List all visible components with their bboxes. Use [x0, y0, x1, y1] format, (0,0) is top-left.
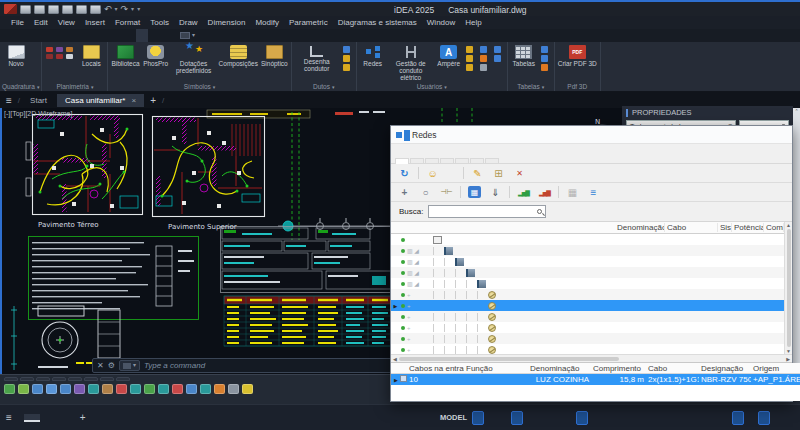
- dialog-tab[interactable]: [410, 158, 424, 163]
- ribbon-tab[interactable]: [136, 29, 148, 42]
- panel-tab[interactable]: [68, 377, 82, 381]
- tree-row[interactable]: [391, 289, 784, 300]
- ribbon-small-button[interactable]: [541, 55, 550, 62]
- cable-table-row[interactable]: 10 LUZ COZINHA 15,8 m 2x(1x1.5)+1G1.5 NB…: [391, 374, 800, 385]
- dotacoes-button[interactable]: Dotações predefinidos: [171, 43, 217, 74]
- desenha-condutor-button[interactable]: Desenha condutor: [294, 43, 340, 72]
- ribbon-tab[interactable]: [16, 29, 28, 42]
- panel-tab[interactable]: [100, 377, 114, 381]
- ribbon-small-button[interactable]: [494, 55, 503, 62]
- ribbon-small-button[interactable]: [343, 46, 352, 53]
- menu-item[interactable]: View: [53, 18, 80, 27]
- tree-header[interactable]: Denominação Cabo Sis Potência Comp: [391, 222, 784, 234]
- scroll-up-icon[interactable]: ⌃: [794, 108, 798, 114]
- tree-row[interactable]: [391, 234, 784, 245]
- command-input[interactable]: Type a command: [144, 361, 205, 370]
- ribbon-small-button[interactable]: [480, 46, 489, 53]
- tree-row[interactable]: [391, 300, 784, 311]
- group-label-dutos[interactable]: Dutos▾: [294, 82, 354, 91]
- composicoes-button[interactable]: Composições: [218, 43, 259, 67]
- tree-row[interactable]: [391, 256, 784, 267]
- panel-tab[interactable]: [116, 377, 130, 381]
- ribbon-small-button[interactable]: [466, 55, 475, 62]
- new-file-icon[interactable]: [20, 5, 31, 14]
- group-label-simbolos[interactable]: Símbolos▾: [110, 82, 288, 91]
- tree-row[interactable]: [391, 278, 784, 289]
- redo-caret-icon[interactable]: ▾: [131, 5, 134, 14]
- group-label-usuarios[interactable]: Usuários▾: [359, 82, 505, 91]
- tree-row[interactable]: [391, 333, 784, 344]
- ribbon-tab[interactable]: [160, 29, 172, 42]
- scroll-left-icon[interactable]: ◀: [393, 356, 397, 362]
- panel-tab[interactable]: [4, 377, 18, 381]
- menu-item[interactable]: Dimension: [203, 18, 251, 27]
- menu-item[interactable]: Diagramas e sistemas: [333, 18, 422, 27]
- menu-item[interactable]: File: [6, 18, 29, 27]
- ribbon-small-button[interactable]: [541, 46, 550, 53]
- ampere-button[interactable]: Ampère: [435, 43, 463, 67]
- group-label-tabelas[interactable]: Tabelas▾: [510, 82, 552, 91]
- scroll-up-icon[interactable]: ▲: [786, 222, 791, 228]
- biblioteca-button[interactable]: Biblioteca: [110, 43, 140, 67]
- tree-row[interactable]: [391, 344, 784, 354]
- dialog-tab[interactable]: [440, 158, 454, 163]
- menu-item[interactable]: Edit: [29, 18, 53, 27]
- undo-icon[interactable]: ↶: [104, 5, 112, 14]
- command-bar[interactable]: ✕ ⚙ ▾ Type a command: [92, 358, 392, 373]
- command-customize-icon[interactable]: ⚙: [108, 361, 115, 370]
- menu-item[interactable]: Parametric: [284, 18, 333, 27]
- redo-icon[interactable]: ↷: [121, 5, 129, 14]
- new-tab-button[interactable]: +: [146, 95, 160, 106]
- sinoptico-button[interactable]: Sinóptico: [260, 43, 289, 67]
- dialog-tab[interactable]: [455, 158, 469, 163]
- save-as-icon[interactable]: [62, 5, 73, 14]
- panel-tab[interactable]: [36, 377, 50, 381]
- panel-tab[interactable]: [84, 377, 98, 381]
- dialog-tab[interactable]: [470, 158, 484, 163]
- doc-tab-active[interactable]: Casa unifamiliar* ×: [57, 94, 144, 107]
- print-icon[interactable]: [76, 5, 87, 14]
- dialog-title-bar[interactable]: Redes: [391, 126, 792, 144]
- ribbon-small-button[interactable]: [343, 64, 352, 71]
- layout-tab[interactable]: [24, 414, 40, 422]
- viewport-label[interactable]: [-][Top][2D Wireframe]: [4, 110, 72, 117]
- mini-icon-5[interactable]: [56, 54, 63, 59]
- dialog-tab[interactable]: [395, 158, 409, 164]
- command-history-chip[interactable]: ▾: [119, 360, 140, 371]
- mini-icon-2[interactable]: [56, 47, 63, 52]
- tabelas-button[interactable]: Tabelas: [510, 43, 538, 67]
- mini-icon-3[interactable]: [66, 47, 73, 52]
- menu-item[interactable]: Format: [110, 18, 145, 27]
- panel-tab[interactable]: [52, 377, 66, 381]
- menu-item[interactable]: Help: [460, 18, 486, 27]
- cable-table-header[interactable]: Cabos na entrada Função Denominação Comp…: [391, 363, 800, 374]
- ribbon-tab[interactable]: [52, 29, 64, 42]
- ribbon-tab[interactable]: [76, 29, 88, 42]
- new-layout-button[interactable]: +: [76, 412, 90, 423]
- novo-button[interactable]: Novo: [2, 43, 30, 67]
- ribbon-tab[interactable]: [112, 29, 124, 42]
- save-icon[interactable]: [48, 5, 59, 14]
- ribbon-tab[interactable]: [148, 29, 160, 42]
- ribbon-tab[interactable]: [64, 29, 76, 42]
- scroll-right-icon[interactable]: ▶: [786, 356, 790, 362]
- search-input[interactable]: [428, 205, 546, 218]
- qat-customize-icon[interactable]: ▾: [137, 5, 140, 14]
- tree-row[interactable]: [391, 267, 784, 278]
- group-label-quadratura[interactable]: Quadratura▾: [2, 82, 39, 91]
- close-tab-icon[interactable]: ×: [131, 96, 136, 105]
- undo-caret-icon[interactable]: ▾: [115, 5, 118, 14]
- command-close-icon[interactable]: ✕: [97, 361, 104, 370]
- ribbon-small-button[interactable]: [494, 46, 503, 53]
- mini-icon-6[interactable]: [66, 54, 73, 59]
- scroll-thumb[interactable]: [399, 357, 619, 361]
- plot-icon[interactable]: [90, 5, 101, 14]
- tree-horizontal-scrollbar[interactable]: ◀ ▶: [391, 354, 792, 362]
- mini-icon-4[interactable]: [46, 54, 53, 59]
- gestao-conduto-button[interactable]: Gestão de conduto elétrico: [388, 43, 434, 81]
- scroll-thumb[interactable]: [787, 229, 791, 347]
- tree-row[interactable]: [391, 322, 784, 333]
- doc-tab-start[interactable]: Start: [22, 94, 55, 107]
- ribbon-tab[interactable]: [28, 29, 40, 42]
- menu-item[interactable]: Draw: [174, 18, 203, 27]
